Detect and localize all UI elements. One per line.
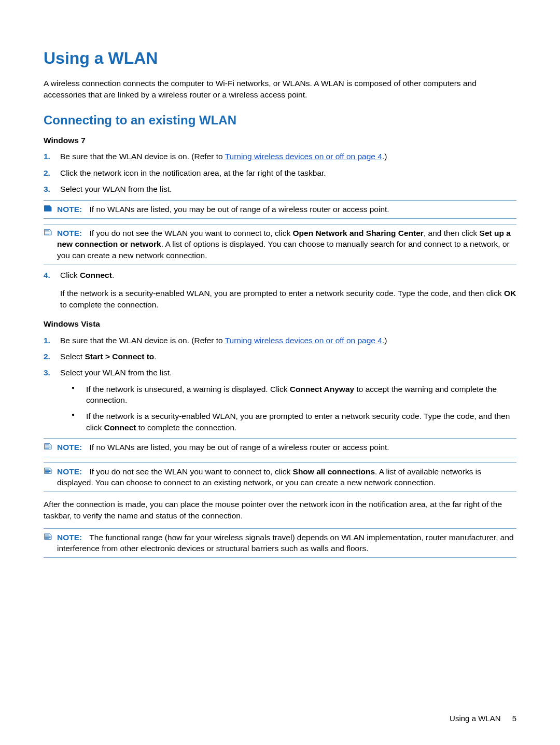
list-item: If the network is unsecured, a warning i…: [72, 384, 516, 406]
note-content: NOTE: If no WLANs are listed, you may be…: [57, 204, 516, 215]
vista-step-3: 3. Select your WLAN from the list. If th…: [44, 367, 516, 433]
page-footer: Using a WLAN 5: [450, 713, 516, 724]
step-text: Be sure that the WLAN device is on. (Ref…: [60, 152, 387, 161]
note-content: NOTE: If no WLANs are listed, you may be…: [57, 442, 516, 453]
note-content: NOTE: If you do not see the WLAN you wan…: [57, 466, 516, 488]
vista-step-2: 2. Select Start > Connect to.: [44, 351, 516, 362]
step-text: Click Connect.: [60, 271, 114, 279]
step-text: Click the network icon in the notificati…: [60, 168, 326, 177]
step-text: Select Start > Connect to.: [60, 352, 157, 361]
vista-steps: 1. Be sure that the WLAN device is on. (…: [44, 335, 516, 433]
step-number: 2.: [44, 167, 50, 178]
note-icon: [44, 467, 55, 488]
note-box: NOTE: If no WLANs are listed, you may be…: [44, 438, 516, 457]
win7-step-1: 1. Be sure that the WLAN device is on. (…: [44, 151, 516, 162]
windows7-steps: 1. Be sure that the WLAN device is on. (…: [44, 151, 516, 194]
section-heading: Connecting to an existing WLAN: [44, 111, 516, 129]
win7-step-4: 4. Click Connect. If the network is a se…: [44, 270, 516, 310]
windows7-steps-cont: 4. Click Connect. If the network is a se…: [44, 270, 516, 310]
windows7-subhead: Windows 7: [44, 135, 516, 146]
step-number: 4.: [44, 270, 50, 280]
step-number: 1.: [44, 335, 50, 346]
note-icon: [44, 442, 55, 453]
note-box: NOTE: If you do not see the WLAN you wan…: [44, 224, 516, 264]
page-number: 5: [512, 714, 516, 723]
intro-paragraph: A wireless connection connects the compu…: [44, 78, 516, 100]
windows-vista-subhead: Windows Vista: [44, 318, 516, 329]
note-label: NOTE:: [57, 467, 82, 476]
after-paragraph: After the connection is made, you can pl…: [44, 499, 516, 521]
note-icon: [44, 204, 55, 215]
step-subparagraph: If the network is a security-enabled WLA…: [60, 288, 516, 310]
note-box: NOTE: If no WLANs are listed, you may be…: [44, 200, 516, 219]
note-label: NOTE:: [57, 443, 82, 452]
win7-step-3: 3. Select your WLAN from the list.: [44, 184, 516, 194]
note-label: NOTE:: [57, 205, 82, 214]
note-box: NOTE: If you do not see the WLAN you wan…: [44, 462, 516, 492]
step-text: Select your WLAN from the list.: [60, 368, 172, 377]
win7-step-2: 2. Click the network icon in the notific…: [44, 167, 516, 178]
note-icon: [44, 532, 55, 554]
footer-title: Using a WLAN: [450, 714, 500, 723]
list-item: If the network is a security-enabled WLA…: [72, 411, 516, 433]
note-content: NOTE: The functional range (how far your…: [57, 532, 516, 554]
step-number: 1.: [44, 151, 50, 162]
link-turning-wireless[interactable]: Turning wireless devices on or off on pa…: [225, 152, 382, 161]
vista-bullets: If the network is unsecured, a warning i…: [72, 384, 516, 433]
step-number: 2.: [44, 351, 50, 362]
note-box: NOTE: The functional range (how far your…: [44, 528, 516, 558]
note-content: NOTE: If you do not see the WLAN you wan…: [57, 228, 516, 261]
step-text: Be sure that the WLAN device is on. (Ref…: [60, 336, 387, 345]
step-text: Select your WLAN from the list.: [60, 185, 172, 193]
page-heading: Using a WLAN: [44, 47, 516, 69]
step-number: 3.: [44, 367, 50, 378]
document-page: Using a WLAN A wireless connection conne…: [0, 0, 560, 745]
note-icon: [44, 228, 55, 261]
note-label: NOTE:: [57, 533, 82, 542]
vista-step-1: 1. Be sure that the WLAN device is on. (…: [44, 335, 516, 346]
link-turning-wireless[interactable]: Turning wireless devices on or off on pa…: [225, 336, 382, 345]
step-number: 3.: [44, 184, 50, 194]
note-label: NOTE:: [57, 229, 82, 237]
